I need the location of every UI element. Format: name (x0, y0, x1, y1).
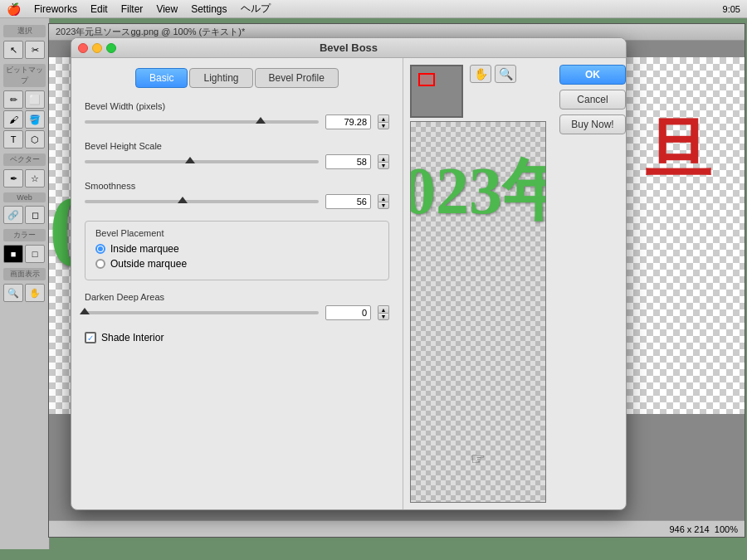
dialog-right-panel: ✋ 🔍 023年旦 ☞ (403, 58, 553, 509)
darken-slider[interactable] (85, 311, 319, 314)
dialog-left-panel: Basic Lighting Bevel Profile Bevel Width… (71, 58, 403, 509)
bevel-height-stepper[interactable]: ▲ ▼ (378, 154, 389, 169)
hand-cursor: ☞ (471, 449, 486, 469)
dialog-body: Basic Lighting Bevel Profile Bevel Width… (71, 58, 626, 509)
menu-filter[interactable]: Filter (121, 3, 144, 15)
shade-interior-checkbox[interactable] (85, 332, 96, 343)
placement-label: Bevel Placement (95, 228, 378, 238)
shade-interior-row[interactable]: Shade Interior (85, 332, 389, 343)
section-label-web: Web (3, 192, 46, 202)
tool-rect[interactable]: ⬜ (25, 90, 45, 109)
smoothness-row: Smoothness ▲ ▼ (85, 181, 389, 209)
tool-color-fill[interactable]: ■ (3, 245, 23, 263)
zoom-tool-button[interactable]: 🔍 (495, 65, 516, 83)
tab-bevel-profile[interactable]: Bevel Profile (255, 68, 339, 88)
placement-section: Bevel Placement Inside marquee Outside m… (85, 221, 389, 280)
darken-down[interactable]: ▼ (378, 313, 389, 320)
dialog-action-buttons: OK Cancel Buy Now! (559, 58, 626, 509)
preview-thumbnail (410, 65, 463, 118)
bevel-height-down[interactable]: ▼ (378, 162, 389, 169)
tab-basic[interactable]: Basic (135, 68, 188, 88)
darken-up[interactable]: ▲ (378, 305, 389, 313)
outside-marquee-radio[interactable] (95, 259, 105, 269)
selection-marquee (418, 73, 435, 86)
bevel-width-input[interactable] (325, 114, 371, 129)
preview-main: 023年旦 ☞ (410, 121, 546, 503)
canvas-zoom: 100% (715, 524, 738, 534)
bevel-width-row: Bevel Width (pixels) ▲ ▼ (85, 101, 389, 129)
dialog-titlebar: Bevel Boss (71, 38, 626, 58)
dialog-right-wrapper: ✋ 🔍 023年旦 ☞ OK Cancel Buy Now! (403, 58, 626, 509)
status-bar: 946 x 214 100% (49, 520, 745, 537)
outside-marquee-row[interactable]: Outside marquee (95, 258, 378, 270)
tool-vector-pen[interactable]: ✒ (3, 169, 23, 187)
bevel-height-row: Bevel Height Scale ▲ ▼ (85, 141, 389, 169)
smoothness-input[interactable] (325, 194, 371, 209)
bevel-width-up[interactable]: ▲ (378, 114, 389, 122)
bevel-width-label: Bevel Width (pixels) (85, 101, 389, 111)
bevel-height-label: Bevel Height Scale (85, 141, 389, 151)
preview-top: ✋ 🔍 (410, 65, 546, 118)
smoothness-up[interactable]: ▲ (378, 194, 389, 202)
tool-pen[interactable]: ✏ (3, 90, 23, 109)
ok-button[interactable]: OK (559, 65, 626, 85)
inside-marquee-radio[interactable] (95, 244, 105, 254)
doc-title: 2023年元旦ソースgg.png @ 100% (テキスト)* (56, 26, 245, 38)
menu-settings[interactable]: Settings (191, 3, 227, 15)
bevel-width-down[interactable]: ▼ (378, 122, 389, 129)
menu-help[interactable]: ヘルプ (241, 2, 271, 16)
dialog-title: Bevel Boss (320, 41, 378, 54)
section-label-color: カラー (3, 229, 46, 241)
hand-tool-button[interactable]: ✋ (470, 65, 491, 83)
tool-shape[interactable]: ☆ (25, 169, 45, 187)
bevel-height-input[interactable] (325, 154, 371, 169)
section-label-vector: ベクター (3, 153, 46, 166)
darken-input[interactable] (325, 305, 371, 320)
smoothness-stepper[interactable]: ▲ ▼ (378, 194, 389, 209)
menu-edit[interactable]: Edit (90, 3, 108, 15)
inside-marquee-label: Inside marquee (110, 243, 179, 255)
bevel-height-slider[interactable] (85, 160, 319, 163)
darken-label: Darken Deep Areas (85, 292, 389, 302)
preview-tools: ✋ 🔍 (470, 65, 516, 83)
menubar: 🍎 Fireworks Edit Filter View Settings ヘル… (0, 0, 747, 18)
smoothness-down[interactable]: ▼ (378, 202, 389, 209)
bevel-width-stepper[interactable]: ▲ ▼ (378, 114, 389, 129)
darken-row: Darken Deep Areas ▲ ▼ (85, 292, 389, 320)
menu-fireworks[interactable]: Fireworks (34, 3, 77, 15)
tool-text[interactable]: T (3, 130, 23, 149)
tool-color-stroke[interactable]: □ (25, 245, 45, 263)
fireworks-toolbar: 選択 ↖ ✂ ビットマップ ✏ ⬜ 🖌 🪣 T ⬡ ベクター ✒ ☆ Web 🔗… (0, 18, 50, 549)
bevel-width-slider[interactable] (85, 120, 319, 124)
tool-hotspot[interactable]: 🔗 (3, 206, 23, 224)
smoothness-label: Smoothness (85, 181, 389, 191)
tool-crop[interactable]: ✂ (25, 41, 45, 59)
tool-bucket[interactable]: 🪣 (25, 110, 45, 129)
inside-marquee-row[interactable]: Inside marquee (95, 243, 378, 255)
darken-stepper[interactable]: ▲ ▼ (378, 305, 389, 320)
apple-menu[interactable]: 🍎 (7, 2, 21, 16)
section-label-view: 画面表示 (3, 268, 46, 280)
tool-slice[interactable]: ◻ (25, 206, 45, 224)
cancel-button[interactable]: Cancel (559, 90, 626, 110)
buy-now-button[interactable]: Buy Now! (559, 114, 626, 134)
outside-marquee-label: Outside marquee (110, 258, 187, 270)
tool-rubber[interactable]: ⬡ (25, 130, 45, 149)
tool-hand[interactable]: ✋ (25, 284, 45, 302)
minimize-button[interactable] (92, 43, 102, 53)
tool-select[interactable]: ↖ (3, 41, 23, 59)
canvas-red-text: 旦 (645, 107, 711, 197)
close-button[interactable] (78, 43, 88, 53)
tab-bar: Basic Lighting Bevel Profile (85, 68, 389, 88)
smoothness-slider[interactable] (85, 200, 319, 203)
tool-zoom[interactable]: 🔍 (3, 284, 23, 302)
bevel-height-up[interactable]: ▲ (378, 154, 389, 162)
menu-view[interactable]: View (156, 3, 178, 15)
bevel-boss-dialog: Bevel Boss Basic Lighting Bevel Profile … (71, 37, 627, 510)
traffic-lights (78, 43, 116, 53)
tab-lighting[interactable]: Lighting (189, 68, 252, 88)
clock: 9:05 (723, 4, 740, 14)
shade-interior-label: Shade Interior (101, 332, 164, 343)
maximize-button[interactable] (106, 43, 116, 53)
tool-brush[interactable]: 🖌 (3, 110, 23, 129)
